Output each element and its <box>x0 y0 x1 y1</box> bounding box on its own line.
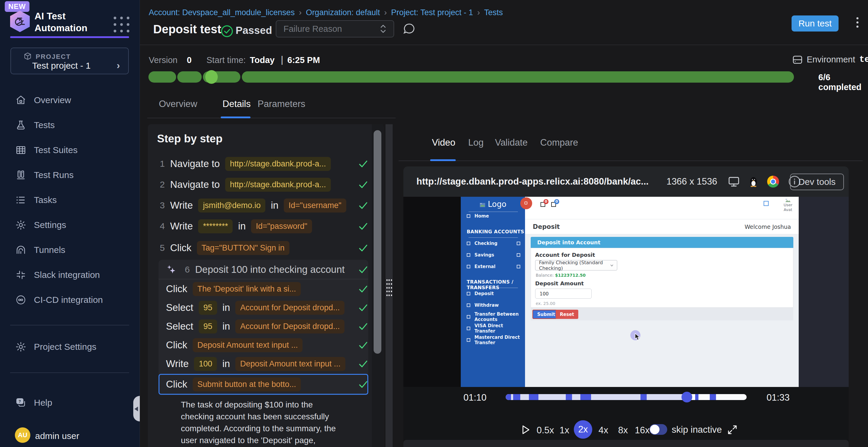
breadcrumb-project[interactable]: Project: Test project - 1 <box>391 8 473 17</box>
reset-button[interactable]: Reset <box>556 310 578 319</box>
step-action: Select <box>166 302 193 313</box>
sidebar-item-cicd-integration[interactable]: CI-CD integration <box>0 291 140 309</box>
sidebar-item-project-settings[interactable]: Project Settings <box>0 338 140 356</box>
steps-scrollbar-thumb[interactable] <box>374 130 381 354</box>
breadcrumb-separator: › <box>384 8 387 17</box>
step-success-check-icon <box>358 379 368 389</box>
step-row-5[interactable]: 5 Click Tag="BUTTON" Sign in <box>157 239 368 256</box>
step-success-check-icon <box>358 179 368 190</box>
sidebar-item-overview[interactable]: Overview <box>0 91 140 109</box>
run-test-button[interactable]: Run test <box>792 15 839 32</box>
step-in-label: in <box>271 200 278 211</box>
passed-check-icon <box>221 25 233 37</box>
tab-video[interactable]: Video <box>432 137 456 148</box>
active-tab-underline <box>221 116 250 118</box>
tab-log[interactable]: Log <box>468 137 484 148</box>
broken-image-icon <box>785 199 791 203</box>
substep-row-5[interactable]: Write 100 in Deposit Amount text input .… <box>166 355 368 372</box>
deposit-amount-input[interactable]: 100 <box>535 288 592 299</box>
user-avatar-broken-image[interactable]: User Avat <box>780 199 796 212</box>
skip-inactive-toggle[interactable] <box>649 424 667 435</box>
left-tabs-divider <box>147 118 396 118</box>
app-title-line2: Automation <box>34 22 88 34</box>
sidebar-item-tunnels[interactable]: Tunnels <box>0 241 140 259</box>
environment-icon <box>793 55 803 65</box>
comment-icon[interactable] <box>402 22 416 36</box>
sidebar-item-test-suites[interactable]: Test Suites <box>0 141 140 159</box>
step-value-badge: 100 <box>194 357 217 371</box>
bank-nav-deposit[interactable]: Deposit <box>461 289 525 298</box>
step-row-4[interactable]: 4 Write ******** in Id="password" <box>157 217 368 235</box>
timeline-thumb[interactable] <box>681 392 692 403</box>
sidebar-item-tasks[interactable]: Tasks <box>0 191 140 209</box>
failure-reason-select[interactable]: Failure Reason <box>276 20 394 37</box>
sidebar-item-label: Tests <box>34 120 55 130</box>
step-value-badge: 95 <box>199 301 217 315</box>
apps-grid-icon[interactable] <box>114 16 131 34</box>
account-for-deposit-select[interactable]: Family Checking (Standard Checking) <box>535 260 617 271</box>
bank-nav-checking[interactable]: Checking <box>461 239 525 248</box>
bank-nav-home[interactable]: Home <box>461 212 525 220</box>
video-timeline[interactable] <box>506 394 747 400</box>
step-success-check-icon <box>358 284 368 294</box>
step-action: Click <box>170 242 192 253</box>
bank-nav-transfer[interactable]: Transfer Between Accounts <box>461 312 525 321</box>
step-group-header[interactable]: 6 Deposit 100 into checking account <box>166 261 368 278</box>
breadcrumb-organization[interactable]: Organization: default <box>306 8 380 17</box>
fullscreen-icon[interactable] <box>727 424 738 435</box>
play-button[interactable] <box>522 425 530 435</box>
speed-1x[interactable]: 1x <box>560 425 569 436</box>
sidebar-item-tests[interactable]: Tests <box>0 116 140 134</box>
substep-row-4[interactable]: Click Deposit Amount text input ... <box>166 337 368 354</box>
step-row-2[interactable]: 2 Navigate to http://stage.dbank.prod-a.… <box>157 176 368 193</box>
tab-compare[interactable]: Compare <box>540 137 578 148</box>
speed-2x-active[interactable]: 2x <box>574 420 592 439</box>
start-time-value: 6:25 PM <box>287 55 320 65</box>
bank-page-header: Deposit Welcome Joshua <box>525 219 799 234</box>
substep-row-6-selected[interactable]: Click Submit button at the botto... <box>166 376 368 393</box>
sidebar-collapse-handle[interactable] <box>133 396 140 421</box>
speed-16x[interactable]: 16x <box>635 425 650 436</box>
bank-sidebar: Logo Home BANKING ACCOUNTS Checking Savi… <box>461 197 525 387</box>
tab-overview[interactable]: Overview <box>159 99 197 109</box>
breadcrumb-account[interactable]: Account: Devspace_all_module_licenses <box>149 8 295 17</box>
bank-nav-external[interactable]: External <box>461 262 525 271</box>
step-action: Click <box>166 283 187 295</box>
speed-0-5x[interactable]: 0.5x <box>537 425 554 436</box>
sidebar-item-slack-integration[interactable]: Slack integration <box>0 266 140 284</box>
focused-checkbox[interactable] <box>764 201 769 206</box>
sidebar-item-help[interactable]: ? Help <box>0 393 140 412</box>
sidebar-item-test-runs[interactable]: Test Runs <box>0 166 140 184</box>
video-stage[interactable]: Logo Home BANKING ACCOUNTS Checking Savi… <box>403 197 849 387</box>
bank-nav-mastercard[interactable]: Mastercard Direct Transfer <box>461 336 525 344</box>
substep-row-2[interactable]: Select 95 in Account for Deposit dropd..… <box>166 299 368 316</box>
chevron-right-icon: › <box>117 60 120 71</box>
breadcrumb-tests[interactable]: Tests <box>484 8 503 17</box>
substep-row-3[interactable]: Select 95 in Account for Deposit dropd..… <box>166 318 368 335</box>
step-number: 1 <box>157 159 165 169</box>
more-menu-icon[interactable] <box>851 17 863 30</box>
start-time-label: Start time: <box>207 55 246 65</box>
table-grid-icon <box>16 145 26 156</box>
tab-details[interactable]: Details <box>222 99 251 109</box>
resize-grip-icon <box>386 279 392 298</box>
step-row-1[interactable]: 1 Navigate to http://stage.dbank.prod-a.… <box>157 155 368 172</box>
step-row-3[interactable]: 3 Write jsmith@demo.io in Id="username" <box>157 197 368 214</box>
sidebar-item-settings[interactable]: Settings <box>0 216 140 234</box>
speed-4x[interactable]: 4x <box>598 425 608 436</box>
svg-text:?: ? <box>19 400 21 404</box>
bank-nav-withdraw[interactable]: Withdraw <box>461 301 525 310</box>
tab-parameters[interactable]: Parameters <box>258 99 305 109</box>
dev-tools-button[interactable]: Dev tools <box>790 174 844 190</box>
select-chevrons-icon <box>380 24 386 34</box>
bank-nav-visa[interactable]: VISA Direct Transfer <box>461 324 525 333</box>
step-group-title: Deposit 100 into checking account <box>195 264 345 275</box>
bank-nav-savings[interactable]: Savings <box>461 250 525 260</box>
substep-row-1[interactable]: Click The 'Deposit' link with a si... <box>166 280 368 298</box>
speed-8x[interactable]: 8x <box>618 425 628 436</box>
step-success-check-icon <box>358 221 368 231</box>
tab-validate[interactable]: Validate <box>495 137 528 148</box>
step-success-check-icon <box>358 159 368 169</box>
user-avatar[interactable]: AU <box>15 427 30 443</box>
sidebar-item-label: Tunnels <box>34 245 65 255</box>
